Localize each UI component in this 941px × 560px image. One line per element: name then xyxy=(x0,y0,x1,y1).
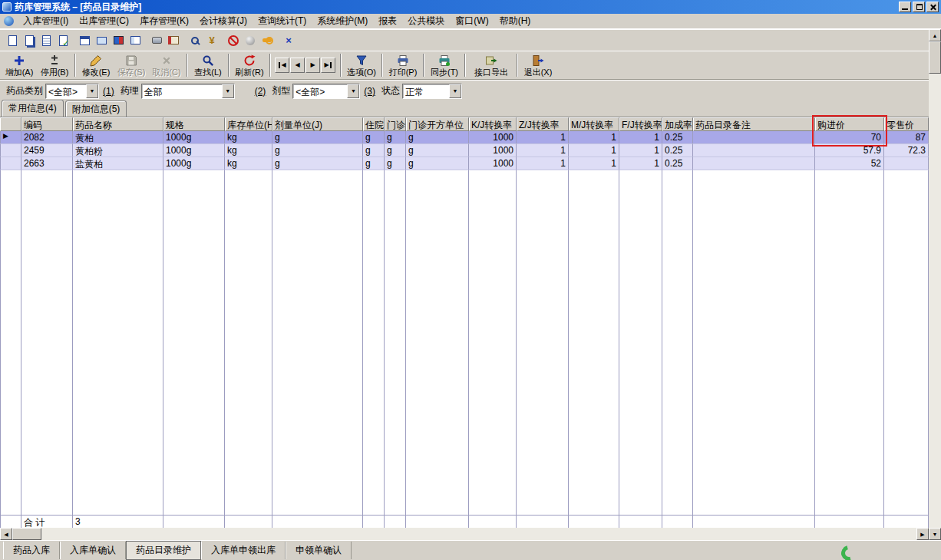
find-button[interactable]: 查找(L) xyxy=(190,51,226,79)
options-button[interactable]: 选项(O) xyxy=(344,51,379,79)
bottom-tab-bar: 药品入库入库单确认药品目录维护入库单申领出库申领单确认 xyxy=(0,540,941,560)
cancel-button: 取消(C) xyxy=(149,51,184,79)
menu-item-0[interactable]: 入库管理(I) xyxy=(18,12,74,30)
category-dropdown[interactable]: <全部> ▼ xyxy=(45,84,99,99)
exit-button[interactable]: 退出(X) xyxy=(520,51,556,79)
new-doc-icon xyxy=(8,35,17,46)
new-doc-button[interactable] xyxy=(4,32,21,49)
column-header-1[interactable]: 药品名称 xyxy=(73,117,163,131)
dosage-form-dropdown-button[interactable]: ▼ xyxy=(347,84,359,98)
tab-1[interactable]: 附加信息(5) xyxy=(65,100,127,117)
close-window-icon: × xyxy=(286,35,292,46)
calendar-icon xyxy=(80,36,90,45)
bottom-tab-1[interactable]: 入库单确认 xyxy=(60,542,126,559)
table-row-1[interactable]: 2459黄柏粉1000gkggggg10001110.2557.972.3 xyxy=(0,144,929,157)
table-row-0[interactable]: ▶2082黄柏1000gkggggg10001110.257087 xyxy=(0,131,929,144)
column-header-4[interactable]: 剂量单位(J) xyxy=(272,117,363,131)
category-dropdown-button[interactable]: ▼ xyxy=(86,84,98,98)
doc-check-button[interactable]: ✓ xyxy=(54,32,71,49)
cell: 2082 xyxy=(21,131,73,144)
menu-item-1[interactable]: 出库管理(C) xyxy=(74,12,134,30)
scroll-down-button[interactable]: ▼ xyxy=(929,528,941,540)
menu-item-6[interactable]: 报表 xyxy=(373,12,402,30)
footer-cell xyxy=(693,516,815,528)
column-header-9[interactable]: Z/J转换率 xyxy=(517,117,569,131)
add-label: 增加(A) xyxy=(5,68,34,77)
scroll-up-button[interactable]: ▲ xyxy=(929,29,941,41)
column-header-15[interactable]: 零售价 xyxy=(884,117,929,131)
prev-record-button[interactable]: ◀ xyxy=(290,58,305,73)
card-button[interactable] xyxy=(93,32,110,49)
first-record-button[interactable]: ◀ xyxy=(275,58,289,73)
menu-item-2[interactable]: 库存管理(K) xyxy=(134,12,194,30)
book-button[interactable] xyxy=(165,32,182,49)
column-header-14[interactable]: 购进价 xyxy=(815,117,884,131)
doc-lines-button[interactable] xyxy=(38,32,54,49)
cell: 1 xyxy=(569,144,619,157)
vertical-scroll-track[interactable] xyxy=(929,41,941,528)
status-dropdown-button[interactable]: ▼ xyxy=(449,84,461,98)
toolbar-separator xyxy=(340,54,342,77)
column-header-0[interactable]: 编码 xyxy=(21,117,73,131)
print-button[interactable]: 打印(P) xyxy=(385,51,421,79)
book-icon xyxy=(168,36,179,44)
scroll-right-button[interactable]: ▶ xyxy=(916,528,929,540)
search-button[interactable] xyxy=(187,32,203,49)
menu-item-7[interactable]: 公共模块 xyxy=(402,12,450,30)
column-header-7[interactable]: 门诊开方单位 xyxy=(406,117,469,131)
close-button[interactable] xyxy=(926,2,939,12)
tab-0[interactable]: 常用信息(4) xyxy=(2,100,64,117)
report-button[interactable] xyxy=(127,32,144,49)
table-row-2[interactable]: 2663盐黄柏1000gkggggg10001110.2552 xyxy=(0,157,929,170)
forbidden-button[interactable] xyxy=(225,32,242,49)
vertical-scrollbar[interactable]: ▲ ▼ xyxy=(929,29,941,540)
disk-button[interactable] xyxy=(148,32,165,49)
column-header-3[interactable]: 库存单位(H) xyxy=(225,117,272,131)
sync-button[interactable]: 同步(T) xyxy=(427,51,462,79)
export-button[interactable]: 接口导出 xyxy=(468,51,514,79)
bottom-tab-4[interactable]: 申领单确认 xyxy=(286,542,352,559)
sphere-button[interactable] xyxy=(242,32,259,49)
column-header-8[interactable]: K/J转换率 xyxy=(469,117,517,131)
money-button[interactable]: ¥ xyxy=(203,32,220,49)
pharmacology-dropdown-button[interactable]: ▼ xyxy=(222,84,234,98)
horizontal-scroll-track[interactable] xyxy=(12,528,916,540)
bottom-tab-0[interactable]: 药品入库 xyxy=(3,542,60,559)
dosage-form-dropdown[interactable]: <全部> ▼ xyxy=(292,84,360,99)
calendar-button[interactable] xyxy=(76,32,93,49)
column-header-10[interactable]: M/J转换率 xyxy=(569,117,619,131)
menu-item-8[interactable]: 窗口(W) xyxy=(450,12,494,30)
horizontal-scrollbar[interactable]: ◀ ▶ xyxy=(0,528,929,540)
column-header-12[interactable]: 加成率 xyxy=(662,117,693,131)
add-button[interactable]: 增加(A) xyxy=(2,51,37,79)
close-window-button[interactable]: × xyxy=(280,32,297,49)
next-record-button[interactable]: ▶ xyxy=(305,58,320,73)
minimize-button[interactable] xyxy=(899,2,911,12)
menu-item-5[interactable]: 系统维护(M) xyxy=(312,12,373,30)
edit-button[interactable]: 修改(E) xyxy=(78,51,114,79)
scroll-left-button[interactable]: ◀ xyxy=(0,528,12,540)
disable-button[interactable]: 停用(B) xyxy=(37,51,72,79)
column-header-6[interactable]: 门诊 xyxy=(385,117,406,131)
column-header-5[interactable]: 住院 xyxy=(363,117,385,131)
last-record-button[interactable]: ▶ xyxy=(321,58,335,73)
bottom-tab-3[interactable]: 入库单申领出库 xyxy=(201,542,286,559)
horizontal-scroll-thumb[interactable] xyxy=(12,528,41,540)
menu-item-9[interactable]: 帮助(H) xyxy=(494,12,537,30)
column-header-11[interactable]: F/J转换率 xyxy=(619,117,662,131)
menu-item-3[interactable]: 会计核算(J) xyxy=(194,12,253,30)
refresh-button[interactable]: 刷新(R) xyxy=(232,51,267,79)
copy-doc-button[interactable] xyxy=(21,32,38,49)
menu-item-4[interactable]: 查询统计(T) xyxy=(253,12,312,30)
key-button[interactable] xyxy=(259,32,276,49)
print-icon xyxy=(397,54,409,68)
column-header-2[interactable]: 规格 xyxy=(163,117,225,131)
column-header-13[interactable]: 药品目录备注 xyxy=(693,117,815,131)
restore-button[interactable] xyxy=(913,2,925,12)
pharmacology-dropdown[interactable]: 全部 ▼ xyxy=(141,84,235,99)
status-dropdown[interactable]: 正常 ▼ xyxy=(402,84,462,99)
bottom-tab-2[interactable]: 药品目录维护 xyxy=(126,541,201,560)
vertical-scroll-thumb[interactable] xyxy=(929,41,941,74)
cell: 1 xyxy=(517,131,569,144)
books-button[interactable] xyxy=(110,32,127,49)
